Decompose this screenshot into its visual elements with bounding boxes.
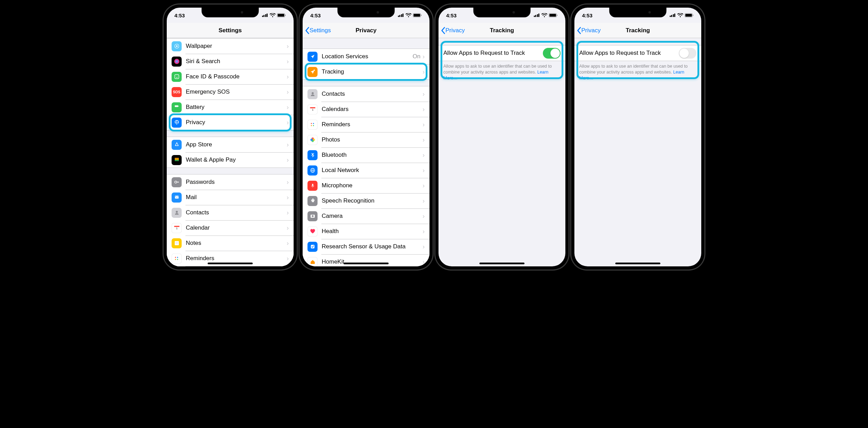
chevron-right-icon: › <box>287 255 289 262</box>
row-label: Contacts <box>322 91 423 97</box>
svg-text:1: 1 <box>312 108 313 111</box>
row-local-network[interactable]: Local Network› <box>303 163 429 178</box>
svg-point-26 <box>177 259 178 260</box>
chevron-left-icon <box>305 27 310 34</box>
reminders-icon <box>172 254 182 264</box>
chevron-right-icon: › <box>287 141 289 148</box>
row-mail[interactable]: Mail› <box>167 190 294 205</box>
chevron-right-icon: › <box>287 104 289 111</box>
home-indicator[interactable] <box>615 263 660 264</box>
row-voice-memos[interactable]: Voice Memos› <box>167 266 294 266</box>
nav-bar: Settings <box>167 23 294 38</box>
row-label: Reminders <box>322 121 423 128</box>
chevron-right-icon: › <box>287 73 289 80</box>
back-label: Privacy <box>581 27 601 34</box>
privacy-list[interactable]: Location ServicesOn›Tracking›Contacts›1C… <box>303 38 429 266</box>
row-notes[interactable]: Notes› <box>167 236 294 251</box>
row-calendar[interactable]: 1Calendar› <box>167 220 294 236</box>
speech-icon <box>307 196 318 206</box>
row-photos[interactable]: Photos› <box>303 132 429 147</box>
back-button[interactable]: Privacy <box>576 27 601 34</box>
battery-icon <box>172 102 182 112</box>
status-indicators <box>398 12 422 18</box>
row-label: Wallet & Apple Pay <box>186 156 287 163</box>
row-bluetooth[interactable]: Bluetooth› <box>303 147 429 163</box>
back-button[interactable]: Privacy <box>441 27 465 34</box>
chevron-right-icon: › <box>287 119 289 126</box>
chevron-right-icon: › <box>423 152 425 159</box>
svg-rect-46 <box>312 184 313 186</box>
row-reminders[interactable]: Reminders› <box>303 117 429 132</box>
row-microphone[interactable]: Microphone› <box>303 178 429 193</box>
svg-point-23 <box>175 257 176 258</box>
row-location-services[interactable]: Location ServicesOn› <box>303 49 429 64</box>
bluetooth-icon <box>307 150 318 160</box>
row-camera[interactable]: Camera› <box>303 208 429 224</box>
battery-icon <box>413 12 422 18</box>
allow-track-switch[interactable] <box>543 48 561 59</box>
svg-point-4 <box>176 45 177 47</box>
tracking-content: Allow Apps to Request to Track Allow app… <box>574 38 701 266</box>
row-tracking[interactable]: Tracking› <box>303 64 429 79</box>
chevron-right-icon: › <box>423 91 425 98</box>
row-passwords[interactable]: Passwords› <box>167 174 294 190</box>
svg-point-16 <box>176 211 178 213</box>
chevron-right-icon: › <box>423 53 425 60</box>
allow-track-row[interactable]: Allow Apps to Request to Track <box>439 45 565 61</box>
row-privacy[interactable]: Privacy› <box>167 115 294 130</box>
row-wallpaper[interactable]: Wallpaper› <box>167 38 294 54</box>
photos-icon <box>307 135 318 145</box>
homekit-icon <box>307 257 318 267</box>
svg-point-35 <box>311 123 312 124</box>
chevron-right-icon: › <box>423 213 425 220</box>
tracking-footer: Allow apps to ask to use an identifier t… <box>439 61 565 81</box>
row-app-store[interactable]: App Store› <box>167 137 294 152</box>
chevron-right-icon: › <box>287 240 289 247</box>
notch <box>338 8 395 17</box>
row-emergency-sos[interactable]: SOSEmergency SOS› <box>167 84 294 100</box>
chevron-right-icon: › <box>287 209 289 216</box>
home-indicator[interactable] <box>344 263 389 264</box>
health-icon <box>307 226 318 237</box>
row-siri-search[interactable]: Siri & Search› <box>167 54 294 69</box>
row-research-sensor-usage-data[interactable]: Research Sensor & Usage Data› <box>303 239 429 254</box>
chevron-right-icon: › <box>423 182 425 189</box>
home-indicator[interactable] <box>208 263 253 264</box>
svg-point-25 <box>177 257 178 258</box>
row-homekit[interactable]: HomeKit› <box>303 254 429 266</box>
row-label: Bluetooth <box>322 152 423 159</box>
row-label: Tracking <box>322 68 423 75</box>
svg-rect-9 <box>175 105 178 107</box>
row-wallet-apple-pay[interactable]: Wallet & Apple Pay› <box>167 152 294 168</box>
notch <box>202 8 259 17</box>
row-contacts[interactable]: Contacts› <box>303 86 429 102</box>
svg-rect-1 <box>278 14 284 17</box>
chevron-right-icon: › <box>423 243 425 250</box>
appstore-icon <box>172 140 182 150</box>
row-label: App Store <box>186 141 287 148</box>
row-battery[interactable]: Battery› <box>167 100 294 115</box>
svg-rect-20 <box>175 241 179 245</box>
row-calendars[interactable]: 1Calendars› <box>303 102 429 117</box>
row-face-id-passcode[interactable]: Face ID & Passcode› <box>167 69 294 84</box>
row-label: Calendars <box>322 106 423 113</box>
row-health[interactable]: Health› <box>303 224 429 239</box>
row-label: Local Network <box>322 167 423 174</box>
row-label: HomeKit <box>322 258 423 265</box>
row-label: Microphone <box>322 182 423 189</box>
battery-icon <box>549 12 558 18</box>
settings-list[interactable]: Wallpaper›Siri & Search›Face ID & Passco… <box>167 38 294 266</box>
back-button[interactable]: Settings <box>305 27 331 34</box>
svg-rect-52 <box>557 15 558 16</box>
row-speech-recognition[interactable]: Speech Recognition› <box>303 193 429 208</box>
svg-rect-2 <box>285 15 286 16</box>
home-indicator[interactable] <box>479 263 524 264</box>
row-contacts[interactable]: Contacts› <box>167 205 294 220</box>
status-indicators <box>262 12 286 18</box>
row-label: Camera <box>322 213 423 220</box>
chevron-right-icon: › <box>423 197 425 205</box>
phone-settings: 4:53 Settings Wallpaper›Siri & Search›Fa… <box>163 3 298 271</box>
row-label: Reminders <box>186 255 287 262</box>
allow-track-switch[interactable] <box>679 48 696 59</box>
allow-track-row[interactable]: Allow Apps to Request to Track <box>574 45 701 61</box>
